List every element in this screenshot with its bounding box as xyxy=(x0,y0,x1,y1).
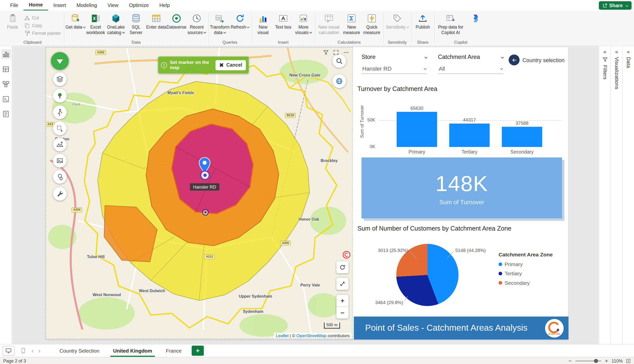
expand-filters-icon[interactable]: « xyxy=(603,49,606,54)
new-measure-button[interactable]: New measure xyxy=(341,12,361,35)
dataverse-button[interactable]: Dataverse xyxy=(166,12,187,30)
model-view-button[interactable] xyxy=(1,79,11,89)
zoom-out-icon[interactable] xyxy=(568,359,572,363)
country-selection-label[interactable]: Country selection xyxy=(523,58,565,63)
menu-optimize[interactable]: Optimize xyxy=(124,0,154,10)
copilot-button[interactable] xyxy=(466,12,486,24)
expand-data-icon[interactable]: « xyxy=(627,49,630,54)
enter-data-button[interactable]: Enter data xyxy=(146,12,166,30)
map-road-label: A205 xyxy=(280,241,291,246)
sql-server-button[interactable]: SQL Server xyxy=(126,12,146,35)
zoom-slider[interactable] xyxy=(575,360,601,361)
store-location-marker[interactable] xyxy=(200,170,210,180)
more-options-icon[interactable] xyxy=(343,50,349,56)
desktop-layout-button[interactable] xyxy=(3,346,15,356)
more-visuals-button[interactable]: More visuals xyxy=(293,12,314,35)
tmdl-view-button[interactable] xyxy=(1,109,11,119)
bar-tertiary[interactable]: 44317Tertiary xyxy=(449,96,490,147)
zoom-in-button[interactable] xyxy=(336,295,349,307)
area-select-button[interactable] xyxy=(53,122,67,135)
country-selection-back-button[interactable] xyxy=(509,54,520,65)
text-box-button[interactable]: Text box xyxy=(273,12,293,30)
walking-distance-button[interactable] xyxy=(53,105,67,119)
transform-data-button[interactable]: Transform data xyxy=(210,12,230,35)
sensitivity-button[interactable]: Sensitivity xyxy=(385,12,410,30)
fit-to-page-icon[interactable] xyxy=(626,358,631,363)
bar-primary[interactable]: 65630Primary xyxy=(397,96,437,147)
leaflet-link[interactable]: Leaflet xyxy=(276,333,289,338)
excel-workbook-button[interactable]: Excel workbook xyxy=(86,12,106,35)
osm-link[interactable]: OpenStreetMap xyxy=(296,333,326,338)
bar-rect[interactable] xyxy=(502,127,542,147)
mobile-layout-button[interactable] xyxy=(17,346,29,356)
report-view-button[interactable] xyxy=(1,49,11,59)
cut-button[interactable]: Cut xyxy=(23,14,63,21)
map-refresh-button[interactable] xyxy=(336,261,349,273)
new-visual-label: New visual xyxy=(253,24,273,35)
zoom-in-icon[interactable] xyxy=(604,359,608,363)
get-data-button[interactable]: Get data xyxy=(65,12,85,30)
store-slicer-collapse-icon[interactable] xyxy=(425,56,427,58)
secondary-marker[interactable] xyxy=(202,209,209,216)
data-pane[interactable]: « Data xyxy=(622,46,634,344)
filter-funnel-icon[interactable] xyxy=(323,50,329,56)
page-tab-france[interactable]: France xyxy=(159,344,188,357)
zoom-slider-thumb[interactable] xyxy=(594,359,598,363)
copy-button[interactable]: Copy xyxy=(23,21,63,29)
prev-page-arrow[interactable]: ‹ xyxy=(29,347,36,354)
prep-data-copilot-button[interactable]: Prep data for Copilot AI xyxy=(436,12,466,35)
refresh-icon xyxy=(235,14,245,24)
map-fullscreen-button[interactable] xyxy=(336,278,349,290)
catchment-slicer-collapse-icon[interactable] xyxy=(501,56,504,58)
quick-measure-button[interactable]: Quick measure xyxy=(362,12,382,35)
turnover-bar-chart[interactable]: Sum of Turnover 50K 0K 65630Primary44317… xyxy=(357,96,564,155)
menu-insert[interactable]: Insert xyxy=(48,0,71,10)
menu-modeling[interactable]: Modeling xyxy=(71,0,102,10)
recent-sources-button[interactable]: Recent sources xyxy=(187,12,207,35)
page-tab-united-kingdom[interactable]: United Kingdom xyxy=(106,344,159,357)
expand-visualizations-icon[interactable]: « xyxy=(615,49,618,54)
add-page-button[interactable]: + xyxy=(191,346,204,356)
bar-rect[interactable] xyxy=(397,112,437,147)
ribbon-divider xyxy=(208,13,208,43)
dax-query-view-button[interactable] xyxy=(1,94,11,104)
catchment-map[interactable] xyxy=(46,48,352,339)
menu-view[interactable]: View xyxy=(102,0,124,10)
new-visual-calculation-button[interactable]: New visual calculation xyxy=(317,12,342,35)
new-visual-button[interactable]: New visual xyxy=(253,12,273,35)
refresh-button[interactable]: Refresh xyxy=(230,12,250,30)
paste-button[interactable]: Paste xyxy=(3,12,23,30)
layers-button[interactable] xyxy=(53,72,67,86)
image-layer-button[interactable] xyxy=(53,154,67,168)
table-view-button[interactable] xyxy=(1,64,11,74)
filters-pane[interactable]: « Filters xyxy=(599,46,611,344)
onelake-catalog-button[interactable]: OneLake catalog xyxy=(106,12,126,35)
map-tools-button[interactable] xyxy=(53,187,67,200)
menu-file[interactable]: File xyxy=(5,0,24,10)
poi-marker-icon[interactable] xyxy=(342,251,351,259)
zoom-out-button[interactable] xyxy=(336,307,349,318)
menu-home[interactable]: Home xyxy=(24,0,48,10)
bar-rect[interactable] xyxy=(449,123,490,147)
bar-secondary[interactable]: 37588Secondary xyxy=(502,96,542,147)
publish-button[interactable]: Publish xyxy=(412,12,433,30)
page-tab-country-selection[interactable]: Country Selection xyxy=(53,344,106,357)
share-button[interactable]: Share xyxy=(599,1,631,10)
cancel-marker-button[interactable]: ✖ Cancel xyxy=(216,60,246,70)
zones-button[interactable] xyxy=(53,170,67,184)
focus-mode-icon[interactable] xyxy=(333,50,339,56)
visualizations-pane[interactable]: « Visualizations xyxy=(611,46,622,344)
turnover-card-visual[interactable]: 148K Sum of Turnover xyxy=(361,158,562,218)
map-globe-button[interactable] xyxy=(332,74,346,88)
marker-tool-button[interactable] xyxy=(51,52,69,70)
terrain-button[interactable] xyxy=(53,138,67,151)
format-painter-button[interactable]: Format painter xyxy=(23,29,63,37)
select-area-icon xyxy=(56,125,63,132)
catchment-dropdown[interactable]: All xyxy=(438,63,503,74)
map-visual[interactable]: ParkMyatt's FieldsNew Cross GateBrockley… xyxy=(46,47,353,339)
next-page-arrow[interactable]: › xyxy=(36,347,43,354)
menu-help[interactable]: Help xyxy=(154,0,175,10)
map-search-button[interactable] xyxy=(332,54,346,68)
greenery-button[interactable] xyxy=(53,89,67,102)
store-dropdown[interactable]: Hansler RD xyxy=(361,63,427,74)
